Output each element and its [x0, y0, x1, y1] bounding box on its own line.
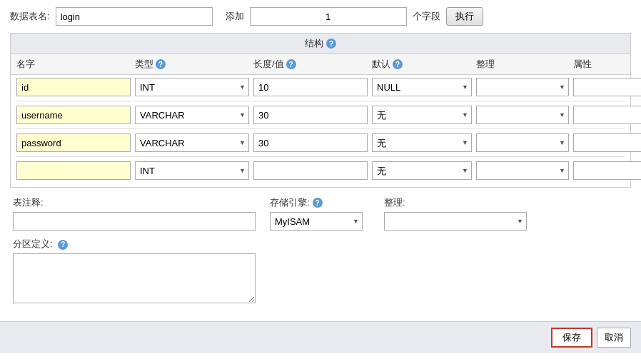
field-count-input[interactable] [250, 7, 407, 26]
table-row: INT VARCHAR TEXT 无 NULL CURRENT_TIMESTAM… [16, 106, 625, 124]
attributes-select-wrapper [573, 106, 641, 124]
default-select[interactable]: 无 NULL CURRENT_TIMESTAMP [372, 161, 472, 180]
default-select[interactable]: NULL 无 CURRENT_TIMESTAMP [372, 78, 472, 96]
storage-label: 存储引擎: [270, 196, 310, 209]
col-header-name: 名字 [16, 58, 131, 71]
attributes-select[interactable] [573, 161, 641, 180]
attributes-select-wrapper [573, 161, 641, 180]
save-button[interactable]: 保存 [551, 328, 592, 348]
bottom-section: 表注释: 分区定义: ? 存储引擎: ? MyISAM [10, 196, 631, 313]
partition-textarea[interactable] [13, 253, 256, 303]
bottom-collation-select[interactable] [384, 212, 527, 231]
partition-label: 分区定义: ? [13, 238, 256, 251]
collation-select[interactable] [476, 106, 569, 124]
collation-select-wrapper [476, 106, 569, 124]
collation-select[interactable] [476, 161, 569, 180]
col-header-attributes: 属性 [573, 58, 641, 71]
default-select-wrapper: NULL 无 CURRENT_TIMESTAMP [372, 78, 472, 96]
type-select-wrapper: INT VARCHAR TEXT [135, 133, 249, 152]
length-input[interactable] [253, 106, 368, 124]
cancel-button[interactable]: 取消 [597, 328, 631, 348]
table-row: INT VARCHAR TEXT BIGINT TINYINT NULL 无 C… [16, 78, 625, 96]
col-header-collation: 整理 [476, 58, 569, 71]
top-bar: 数据表名: 添加 个字段 执行 [10, 7, 631, 26]
attributes-select[interactable] [573, 133, 641, 152]
table-name-label: 数据表名: [10, 10, 50, 23]
bottom-collation-label: 整理: [384, 196, 527, 209]
default-help-icon[interactable]: ? [393, 59, 403, 69]
default-select-wrapper: 无 NULL CURRENT_TIMESTAMP [372, 133, 472, 152]
type-select[interactable]: INT VARCHAR TEXT [135, 106, 249, 124]
storage-engine-group: 存储引擎: ? MyISAM InnoDB MEMORY CSV ARCHIVE [270, 196, 370, 313]
attributes-select[interactable] [573, 106, 641, 124]
type-select[interactable]: INT VARCHAR TEXT BIGINT TINYINT [135, 78, 249, 96]
length-help-icon[interactable]: ? [286, 59, 296, 69]
left-column: 表注释: 分区定义: ? [13, 196, 256, 313]
table-comment-group: 表注释: [13, 196, 256, 231]
storage-select-wrapper: MyISAM InnoDB MEMORY CSV ARCHIVE [270, 212, 363, 231]
attributes-select-wrapper [573, 133, 641, 152]
storage-help-icon[interactable]: ? [313, 198, 323, 208]
default-select[interactable]: 无 NULL CURRENT_TIMESTAMP [372, 133, 472, 152]
structure-title: 结构 [305, 37, 323, 50]
field-name-input[interactable] [16, 106, 131, 124]
collation-select[interactable] [476, 78, 569, 96]
attributes-select[interactable] [573, 78, 641, 96]
footer-bar: 保存 取消 [0, 321, 641, 353]
structure-section: 结构 ? 名字 类型 ? 长度/值 ? 默认 ? 整理 属性 [10, 33, 631, 188]
type-select[interactable]: INT VARCHAR TEXT [135, 133, 249, 152]
data-rows: INT VARCHAR TEXT BIGINT TINYINT NULL 无 C… [11, 75, 630, 187]
length-input[interactable] [253, 78, 368, 96]
field-name-input[interactable] [16, 78, 131, 96]
default-select[interactable]: 无 NULL CURRENT_TIMESTAMP [372, 106, 472, 124]
collation-select-wrapper [476, 133, 569, 152]
type-select[interactable]: INT VARCHAR TEXT [135, 161, 249, 180]
type-select-wrapper: INT VARCHAR TEXT [135, 161, 249, 180]
right-column: 存储引擎: ? MyISAM InnoDB MEMORY CSV ARCHIVE… [270, 196, 628, 313]
table-name-input[interactable] [56, 7, 213, 26]
collation-select[interactable] [476, 133, 569, 152]
structure-help-icon[interactable]: ? [326, 39, 336, 49]
add-label: 添加 [226, 10, 244, 23]
attributes-select-wrapper [573, 78, 641, 96]
type-select-wrapper: INT VARCHAR TEXT BIGINT TINYINT [135, 78, 249, 96]
collation-group: 整理: [384, 196, 527, 313]
collation-select-wrapper [476, 161, 569, 180]
length-input[interactable] [253, 161, 368, 180]
col-header-type: 类型 ? [135, 58, 249, 71]
partition-group: 分区定义: ? [13, 238, 256, 305]
structure-header: 结构 ? [11, 34, 630, 54]
type-help-icon[interactable]: ? [156, 59, 166, 69]
partition-help-icon[interactable]: ? [58, 240, 68, 250]
field-unit-label: 个字段 [413, 10, 440, 23]
type-select-wrapper: INT VARCHAR TEXT [135, 106, 249, 124]
field-name-input[interactable] [16, 133, 131, 152]
bottom-collation-select-wrapper [384, 212, 527, 231]
default-select-wrapper: 无 NULL CURRENT_TIMESTAMP [372, 161, 472, 180]
field-name-input[interactable] [16, 161, 131, 180]
table-comment-input[interactable] [13, 212, 256, 231]
execute-button[interactable]: 执行 [446, 7, 483, 26]
column-headers: 名字 类型 ? 长度/值 ? 默认 ? 整理 属性 [11, 54, 630, 75]
col-header-default: 默认 ? [372, 58, 472, 71]
collation-select-wrapper [476, 78, 569, 96]
col-header-length: 长度/值 ? [253, 58, 368, 71]
table-row: INT VARCHAR TEXT 无 NULL CURRENT_TIMESTAM… [16, 161, 625, 180]
table-row: INT VARCHAR TEXT 无 NULL CURRENT_TIMESTAM… [16, 133, 625, 152]
default-select-wrapper: 无 NULL CURRENT_TIMESTAMP [372, 106, 472, 124]
table-comment-label: 表注释: [13, 196, 256, 209]
storage-select[interactable]: MyISAM InnoDB MEMORY CSV ARCHIVE [270, 212, 363, 231]
length-input[interactable] [253, 133, 368, 152]
